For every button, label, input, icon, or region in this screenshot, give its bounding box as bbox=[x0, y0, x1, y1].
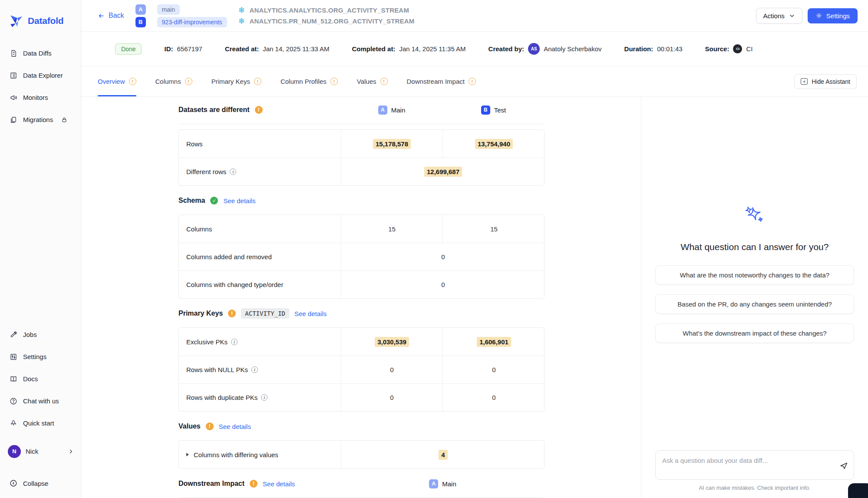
chevron-down-icon bbox=[789, 13, 795, 19]
sidebar-item-label: Jobs bbox=[23, 331, 37, 338]
sidebar-item-label: Settings bbox=[23, 353, 46, 360]
sidebar-item-data-diffs[interactable]: Data Diffs bbox=[0, 42, 81, 64]
sidebar-item-monitors[interactable]: Monitors bbox=[0, 86, 81, 109]
duration: Duration: 00:01:43 bbox=[624, 45, 683, 53]
section-downstream-header: Downstream Impact ! See details A Main bbox=[178, 478, 545, 490]
table-row: Rows with NULL PKs i 0 0 bbox=[179, 356, 544, 383]
value-combined: 12,699,687 bbox=[424, 167, 462, 177]
sidebar-item-label: Quick start bbox=[23, 419, 54, 427]
assistant-question-input[interactable] bbox=[662, 457, 835, 464]
sidebar-user[interactable]: N Nick bbox=[0, 440, 81, 462]
sidebar-spacer bbox=[0, 131, 81, 313]
tab-primary-keys[interactable]: Primary Keys! bbox=[211, 66, 261, 96]
tab-column-profiles[interactable]: Column Profiles! bbox=[281, 66, 338, 96]
section-title: Schema bbox=[178, 197, 205, 204]
warning-icon: ! bbox=[206, 422, 214, 430]
sidebar-item-quick-start[interactable]: Quick start bbox=[0, 412, 81, 434]
suggestion-unintended-changes[interactable]: Based on the PR, do any changes seem uni… bbox=[655, 294, 854, 314]
sidebar: Datafold Data Diffs Data Explorer Monito… bbox=[0, 0, 81, 498]
badge-a: A bbox=[378, 106, 387, 115]
rocket-icon bbox=[10, 419, 17, 427]
table-row: Columns with differing values 4 bbox=[179, 441, 544, 468]
sidebar-item-label: Data Diffs bbox=[23, 49, 52, 57]
table-row: Different rows i 12,699,687 bbox=[179, 158, 544, 185]
tab-downstream-impact[interactable]: Downstream Impact! bbox=[407, 66, 476, 96]
brand[interactable]: Datafold bbox=[0, 0, 81, 32]
assistant-greeting: What question can I answer for you? bbox=[681, 242, 829, 252]
sidebar-item-label: Data Explorer bbox=[23, 72, 63, 79]
warning-icon: ! bbox=[330, 78, 338, 85]
file-diff-icon bbox=[10, 49, 17, 57]
back-button[interactable]: Back bbox=[98, 12, 124, 20]
info-icon[interactable]: i bbox=[230, 168, 236, 175]
dataset-a-name: ANALYTICS.ANALYTICS.ORG_ACTIVITY_STREAM bbox=[250, 7, 409, 14]
info-icon[interactable]: i bbox=[251, 366, 258, 373]
value-test: 13,754,940 bbox=[475, 139, 513, 149]
value-combined: 4 bbox=[439, 450, 447, 460]
assistant-input-box bbox=[655, 450, 854, 480]
sidebar-item-data-explorer[interactable]: Data Explorer bbox=[0, 64, 81, 86]
datafold-logo bbox=[9, 13, 23, 28]
downstream-see-details-link[interactable]: See details bbox=[263, 480, 295, 488]
status-badge: Done bbox=[115, 43, 142, 55]
hide-assistant-button[interactable]: < Hide Assistant bbox=[794, 74, 857, 89]
tab-values[interactable]: Values! bbox=[357, 66, 388, 96]
table-icon bbox=[10, 72, 17, 79]
tabs-bar: Overview! Columns! Primary Keys! Column … bbox=[81, 66, 868, 97]
values-see-details-link[interactable]: See details bbox=[219, 423, 251, 430]
sidebar-item-docs[interactable]: Docs bbox=[0, 368, 81, 390]
branch-a-pill[interactable]: main bbox=[157, 4, 180, 15]
column-header-main: A Main bbox=[341, 478, 545, 490]
suggestion-noteworthy-changes[interactable]: What are the most noteworthy changes to … bbox=[655, 265, 854, 285]
overview-content: Datasets are different ! A Main B Test R… bbox=[81, 97, 641, 498]
diff-info-bar: Done ID: 6567197 Created at: Jan 14, 202… bbox=[81, 32, 868, 66]
send-button[interactable] bbox=[839, 461, 848, 472]
sidebar-item-jobs[interactable]: Jobs bbox=[0, 323, 81, 346]
branch-b-pill[interactable]: 923-diff-improvements bbox=[157, 17, 227, 27]
sidebar-item-migrations[interactable]: Migrations bbox=[0, 109, 81, 131]
assistant-suggestions: What are the most noteworthy changes to … bbox=[655, 265, 854, 343]
suggestion-downstream-impact[interactable]: What's the downstream impact of these ch… bbox=[655, 323, 854, 343]
branch-pills: main 923-diff-improvements bbox=[157, 4, 227, 27]
diff-id: ID: 6567197 bbox=[164, 45, 202, 53]
value-main: 0 bbox=[390, 366, 393, 373]
divider bbox=[178, 124, 545, 124]
assistant-panel: What question can I answer for you? What… bbox=[641, 97, 868, 498]
section-primary-keys-header: Primary Keys ! ACTIVITY_ID See details bbox=[178, 307, 545, 320]
sliders-icon bbox=[10, 353, 17, 361]
schema-see-details-link[interactable]: See details bbox=[223, 197, 255, 204]
warning-icon: ! bbox=[469, 78, 476, 85]
warning-icon: ! bbox=[255, 106, 263, 114]
collapse-label: Collapse bbox=[23, 480, 48, 487]
sidebar-item-chat[interactable]: Chat with us bbox=[0, 390, 81, 412]
sidebar-item-label: Migrations bbox=[23, 116, 53, 123]
book-icon bbox=[10, 375, 17, 383]
info-icon[interactable]: i bbox=[261, 394, 267, 401]
table-row: Exclusive PKs i 3,030,539 1,606,901 bbox=[179, 328, 544, 356]
tab-columns[interactable]: Columns! bbox=[155, 66, 192, 96]
pk-see-details-link[interactable]: See details bbox=[294, 310, 327, 317]
badge-b: B bbox=[481, 106, 490, 115]
column-header-main: A Main bbox=[341, 104, 442, 116]
sidebar-item-settings[interactable]: Settings bbox=[0, 346, 81, 368]
branch-a-badge: A bbox=[135, 4, 146, 15]
expandable-row[interactable]: Columns with differing values bbox=[179, 441, 341, 468]
branch-b-badge: B bbox=[135, 17, 146, 27]
settings-button[interactable]: Settings bbox=[808, 8, 858, 23]
help-circle-icon bbox=[10, 397, 17, 405]
sidebar-item-label: Monitors bbox=[23, 94, 48, 101]
tab-overview[interactable]: Overview! bbox=[98, 66, 136, 96]
arrow-left-icon bbox=[98, 12, 105, 20]
datasets-table: Rows 15,178,578 13,754,940 Different row… bbox=[178, 129, 545, 186]
back-label: Back bbox=[109, 12, 124, 20]
value-combined: 0 bbox=[441, 253, 445, 261]
sidebar-collapse[interactable]: Collapse bbox=[0, 475, 81, 492]
chat-launcher[interactable] bbox=[848, 483, 868, 498]
actions-button[interactable]: Actions bbox=[756, 8, 802, 24]
pages-icon bbox=[10, 116, 17, 124]
schema-table: Columns 15 15 Columns added and removed … bbox=[178, 214, 545, 299]
warning-icon: ! bbox=[254, 78, 261, 85]
value-main: 15,178,578 bbox=[373, 139, 411, 149]
info-icon[interactable]: i bbox=[231, 339, 238, 345]
ci-icon: CI bbox=[733, 44, 742, 53]
